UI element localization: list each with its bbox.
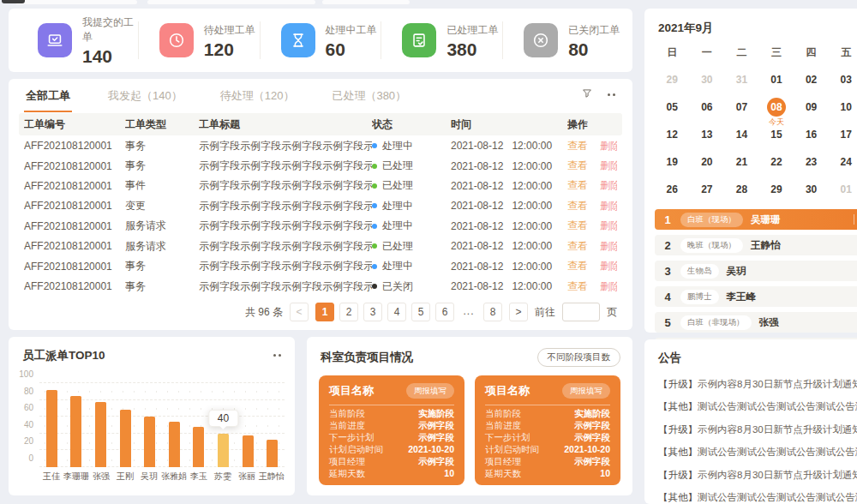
calendar-day[interactable]: 23: [794, 151, 829, 173]
calendar-day[interactable]: 09: [794, 96, 829, 118]
stage-count-button[interactable]: 不同阶段项目数: [537, 348, 621, 367]
notice-item[interactable]: 【其他】测试公告测试公告测试公告测试公告测试公告: [658, 446, 857, 459]
shift-row[interactable]: 1白班（现场）吴珊珊: [655, 209, 857, 230]
status-text: 已关闭: [382, 279, 413, 294]
column-header: 工单类型: [125, 117, 199, 132]
stat-value: 60: [326, 40, 377, 58]
delete-link[interactable]: 删除: [600, 239, 617, 254]
bar[interactable]: [218, 434, 229, 467]
bar[interactable]: [243, 435, 254, 467]
notice-item[interactable]: 【升级】示例内容8月30日新节点升级计划通知: [658, 378, 857, 391]
view-link[interactable]: 查看: [567, 219, 588, 233]
calendar-day[interactable]: 06: [690, 96, 725, 118]
order-actions: 查看删除: [567, 279, 617, 294]
calendar-day[interactable]: 19: [655, 151, 690, 173]
page-button-1[interactable]: 1: [315, 303, 334, 321]
view-link[interactable]: 查看: [567, 239, 588, 254]
bar[interactable]: [193, 427, 204, 467]
view-link[interactable]: 查看: [567, 159, 588, 173]
workorder-tab-0[interactable]: 全部工单: [24, 78, 72, 112]
delete-link[interactable]: 删除: [600, 159, 617, 173]
bar[interactable]: [120, 410, 131, 467]
bar[interactable]: [144, 417, 155, 467]
calendar-day[interactable]: 28: [724, 178, 759, 201]
workorder-tab-3[interactable]: 已处理（380）: [330, 78, 408, 112]
view-link[interactable]: 查看: [567, 178, 588, 193]
field-label: 当前进度: [329, 420, 365, 432]
calendar-day[interactable]: 22: [759, 151, 794, 173]
more-icon[interactable]: [607, 93, 617, 97]
delete-link[interactable]: 删除: [600, 259, 617, 273]
bar[interactable]: [267, 440, 278, 467]
calendar-day[interactable]: 20: [690, 151, 725, 173]
bar[interactable]: [95, 402, 106, 467]
calendar-day[interactable]: 13: [690, 123, 725, 146]
calendar-day[interactable]: 27: [690, 178, 725, 201]
bar[interactable]: [46, 390, 57, 467]
calendar-day[interactable]: 16: [794, 123, 829, 146]
bar[interactable]: [70, 396, 81, 467]
calendar-day[interactable]: 12: [655, 123, 690, 146]
project-cards: 项目名称周报填写当前阶段实施阶段当前进度示例字段下一步计划示例字段计划启动时间2…: [307, 367, 632, 495]
goto-page-input[interactable]: [562, 303, 600, 321]
shift-row[interactable]: 2晚班（现场）王静怡: [655, 235, 857, 255]
workorder-tab-2[interactable]: 待处理（120）: [219, 78, 297, 112]
order-id: AFF202108120001: [24, 261, 125, 273]
field-value: 示例字段: [418, 432, 454, 444]
delete-link[interactable]: 删除: [600, 219, 617, 233]
delete-link[interactable]: 删除: [600, 139, 617, 153]
calendar-day[interactable]: 01: [759, 69, 794, 91]
view-link[interactable]: 查看: [567, 279, 588, 294]
calendar-day[interactable]: 01: [829, 178, 857, 201]
notice-item[interactable]: 【其他】测试公告测试公告测试公告测试公告测试公告: [658, 491, 857, 504]
calendar-day[interactable]: 17: [829, 123, 857, 146]
calendar-day[interactable]: 08今天: [759, 96, 794, 118]
view-link[interactable]: 查看: [567, 259, 588, 273]
today-marker[interactable]: 08: [767, 98, 786, 117]
view-link[interactable]: 查看: [567, 199, 588, 213]
notice-item[interactable]: 【其他】测试公告测试公告测试公告测试公告测试公告: [658, 400, 857, 413]
page-button-8[interactable]: 8: [483, 303, 502, 321]
shift-row[interactable]: 3生物岛吴玥: [655, 261, 857, 281]
page-button-5[interactable]: 5: [411, 303, 430, 321]
page-button-3[interactable]: 3: [363, 303, 382, 321]
view-link[interactable]: 查看: [567, 139, 588, 153]
calendar-day[interactable]: 14: [724, 123, 759, 146]
calendar-day[interactable]: 31: [724, 69, 759, 91]
filter-icon[interactable]: [581, 87, 593, 103]
calendar-day[interactable]: 05: [655, 96, 690, 118]
project-field: 延期天数10: [329, 468, 454, 480]
delete-link[interactable]: 删除: [600, 178, 617, 193]
calendar-day[interactable]: 24: [829, 151, 857, 173]
notice-item[interactable]: 【升级】示例内容8月30日新节点升级计划通知: [658, 469, 857, 482]
calendar-day[interactable]: 30: [690, 69, 725, 91]
calendar-day[interactable]: 29: [655, 69, 690, 91]
shift-row[interactable]: 5白班（非现场）张强: [655, 312, 857, 333]
weekly-report-badge[interactable]: 周报填写: [562, 383, 610, 399]
more-icon[interactable]: [273, 354, 283, 357]
page-button-6[interactable]: 6: [435, 303, 454, 321]
delete-link[interactable]: 删除: [600, 199, 617, 213]
calendar-day[interactable]: 10: [829, 96, 857, 118]
notice-item[interactable]: 【升级】示例内容8月30日新节点升级计划通知: [658, 423, 857, 436]
calendar-day[interactable]: 07: [724, 96, 759, 118]
shift-row[interactable]: 4鹏博士李王峰: [655, 286, 857, 307]
calendar-day[interactable]: 15: [759, 123, 794, 146]
weekly-report-badge[interactable]: 周报填写: [406, 383, 454, 399]
calendar-day[interactable]: 21: [724, 151, 759, 173]
calendar-day[interactable]: 03: [829, 69, 857, 91]
delete-link[interactable]: 删除: [600, 279, 617, 294]
page-button-4[interactable]: 4: [387, 303, 406, 321]
prev-page-button[interactable]: <: [290, 303, 309, 321]
calendar-day[interactable]: 30: [794, 178, 829, 201]
page-button-2[interactable]: 2: [339, 303, 358, 321]
bar[interactable]: [169, 422, 180, 467]
calendar-day[interactable]: 26: [655, 178, 690, 201]
status-text: 已处理: [382, 159, 413, 173]
calendar-day[interactable]: 29: [759, 178, 794, 201]
column-header: 工单标题: [199, 117, 372, 132]
workorder-tab-1[interactable]: 我发起（140）: [106, 78, 184, 112]
calendar-day[interactable]: 02: [794, 69, 829, 91]
next-page-button[interactable]: >: [509, 303, 528, 321]
x-axis-label: 吴玥: [137, 471, 161, 483]
